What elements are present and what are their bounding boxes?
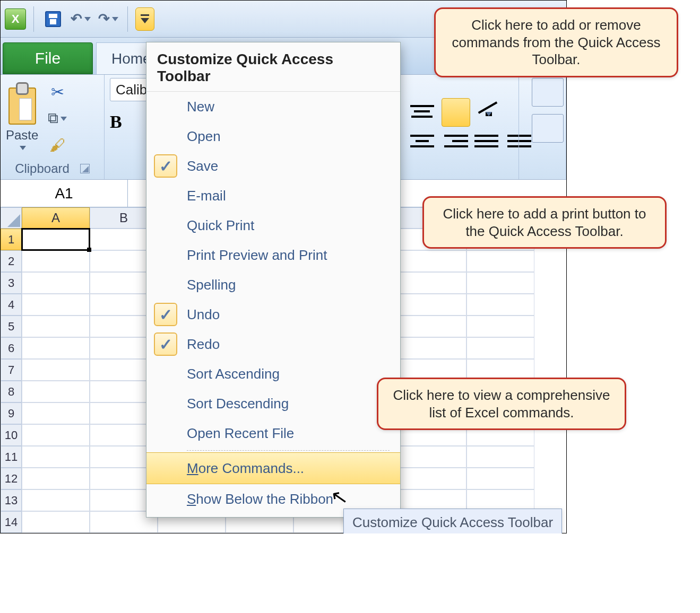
- cell[interactable]: [466, 468, 534, 489]
- row-header[interactable]: 3: [1, 272, 22, 294]
- cell[interactable]: [466, 337, 534, 359]
- menu-icon: [141, 14, 149, 16]
- menu-item-label: More Commands...: [187, 460, 390, 477]
- cell[interactable]: [22, 250, 90, 272]
- row-header[interactable]: 7: [1, 359, 22, 381]
- merge-button[interactable]: [532, 78, 564, 107]
- menu-item-label: Open Recent File: [187, 425, 390, 442]
- cell[interactable]: [22, 468, 90, 489]
- dialog-launcher-icon[interactable]: [80, 164, 90, 173]
- qat-menu-item-undo[interactable]: ✓Undo: [146, 300, 400, 329]
- cell[interactable]: [22, 337, 90, 359]
- cell[interactable]: [22, 402, 90, 424]
- qat-menu-item-save[interactable]: ✓Save: [146, 151, 400, 181]
- paste-button[interactable]: Paste: [6, 87, 38, 150]
- cell[interactable]: [466, 489, 534, 511]
- cell[interactable]: [22, 316, 90, 337]
- qat-menu-item-redo[interactable]: ✓Redo: [146, 329, 400, 359]
- group-label-clipboard: Clipboard: [15, 161, 70, 176]
- row-header[interactable]: 14: [1, 511, 22, 533]
- qat-menu-item-sort-desc[interactable]: Sort Descending: [146, 389, 400, 418]
- paste-label: Paste: [6, 128, 38, 143]
- tab-file[interactable]: File: [3, 42, 93, 74]
- row-header[interactable]: 5: [1, 316, 22, 337]
- copy-button[interactable]: ⧉: [48, 109, 67, 128]
- qat-save-button[interactable]: [41, 7, 65, 31]
- chevron-down-icon: [486, 112, 492, 116]
- row-header-1[interactable]: 1: [1, 229, 22, 250]
- qat-menu-item-open[interactable]: Open: [146, 121, 400, 151]
- qat-menu-item-spelling[interactable]: Spelling: [146, 270, 400, 300]
- name-box[interactable]: A1: [1, 180, 128, 207]
- row-header[interactable]: 8: [1, 381, 22, 402]
- menu-item-label: New: [187, 99, 390, 115]
- group-font-partial: Calib B: [105, 75, 152, 179]
- select-all-button[interactable]: [1, 207, 22, 229]
- row-header[interactable]: 12: [1, 468, 22, 489]
- align-right-button[interactable]: [442, 128, 468, 154]
- cell[interactable]: [399, 250, 466, 272]
- row-header[interactable]: 2: [1, 250, 22, 272]
- cell[interactable]: [466, 250, 534, 272]
- cell[interactable]: [466, 272, 534, 294]
- decrease-indent-button[interactable]: [474, 128, 501, 154]
- chevron-down-icon: [61, 117, 67, 121]
- qat-menu-item-print-preview[interactable]: Print Preview and Print: [146, 240, 400, 270]
- wrap-text-button[interactable]: [442, 98, 470, 127]
- cell[interactable]: [22, 381, 90, 402]
- row-header[interactable]: 9: [1, 402, 22, 424]
- qat-menu-item-open-recent[interactable]: Open Recent File: [146, 418, 400, 448]
- menu-item-label: Show Below the Ribbon: [187, 491, 390, 507]
- check-icon: ✓: [154, 332, 177, 356]
- clipboard-icon: [8, 87, 36, 125]
- row-header[interactable]: 13: [1, 489, 22, 511]
- cell[interactable]: [399, 316, 466, 337]
- cell-A1[interactable]: [22, 229, 90, 250]
- bold-button[interactable]: B: [110, 112, 122, 132]
- cell[interactable]: [22, 359, 90, 381]
- row-header[interactable]: 11: [1, 446, 22, 468]
- orientation-button[interactable]: [474, 98, 501, 125]
- col-header-A[interactable]: A: [22, 207, 90, 229]
- annotation-callout-1: Click here to add or remove commands fro…: [434, 7, 678, 77]
- row-header[interactable]: 6: [1, 337, 22, 359]
- format-painter-button[interactable]: 🖌: [48, 136, 67, 155]
- qat-redo-button[interactable]: ↷: [97, 7, 120, 31]
- row-header[interactable]: 4: [1, 294, 22, 316]
- scissors-icon: ✂: [51, 83, 64, 101]
- cut-button[interactable]: ✂: [48, 83, 67, 102]
- cell[interactable]: [399, 272, 466, 294]
- cell[interactable]: [399, 446, 466, 468]
- menu-item-label: Save: [187, 158, 390, 174]
- cell[interactable]: [466, 446, 534, 468]
- cell[interactable]: [466, 294, 534, 316]
- cell[interactable]: [399, 468, 466, 489]
- cell[interactable]: [22, 489, 90, 511]
- align-top-center-button[interactable]: [409, 98, 435, 125]
- check-icon: ✓: [154, 154, 177, 178]
- qat-customize-button[interactable]: [135, 7, 154, 31]
- excel-app-icon[interactable]: X: [5, 8, 26, 30]
- cell[interactable]: [399, 294, 466, 316]
- cell[interactable]: [399, 489, 466, 511]
- cell[interactable]: [466, 316, 534, 337]
- qat-menu-item-quick-print[interactable]: Quick Print: [146, 211, 400, 240]
- cell[interactable]: [22, 446, 90, 468]
- brush-icon: 🖌: [49, 136, 65, 154]
- cell[interactable]: [22, 424, 90, 446]
- qat-menu-item-sort-asc[interactable]: Sort Ascending: [146, 359, 400, 389]
- qat-menu-item-email[interactable]: E-mail: [146, 181, 400, 211]
- align-center-button[interactable]: [409, 128, 435, 154]
- cell[interactable]: [22, 511, 90, 533]
- cell[interactable]: [22, 294, 90, 316]
- row-header[interactable]: 10: [1, 424, 22, 446]
- qat-undo-button[interactable]: ↶: [69, 7, 92, 31]
- qat-menu-title: Customize Quick Access Toolbar: [146, 42, 400, 92]
- group-clipboard: Paste ✂ ⧉ 🖌 Clipboard: [1, 75, 105, 179]
- qat-menu-item-more-commands[interactable]: More Commands...: [146, 452, 400, 484]
- cell[interactable]: [22, 272, 90, 294]
- qat-menu-item-new[interactable]: New: [146, 92, 400, 121]
- format-cells-button[interactable]: [532, 114, 564, 143]
- cell[interactable]: [399, 337, 466, 359]
- check-icon: ✓: [154, 303, 177, 326]
